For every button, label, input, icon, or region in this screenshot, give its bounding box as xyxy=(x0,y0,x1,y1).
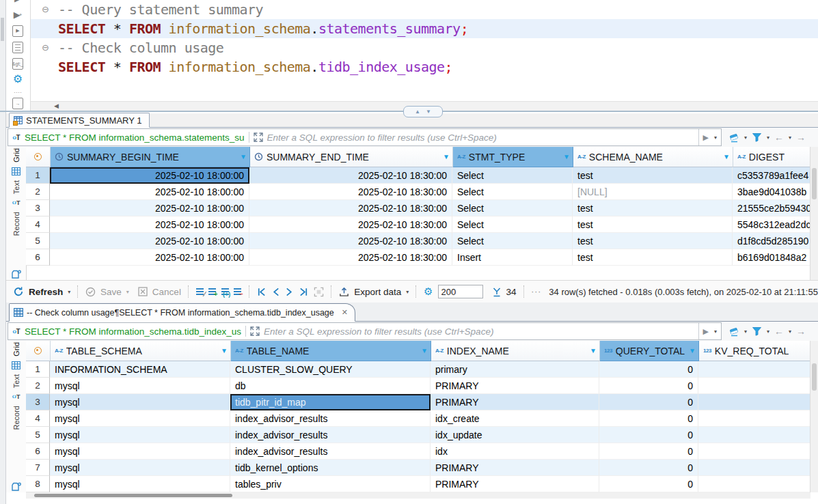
next-page-icon[interactable] xyxy=(285,287,294,297)
column-header-schema_name[interactable]: A-ZSCHEMA_NAME▼ xyxy=(573,147,733,167)
column-filter-arrow-icon[interactable]: ▼ xyxy=(689,347,696,354)
results2-filter-input[interactable]: ‹›T SELECT * FROM information_schema.tid… xyxy=(8,322,722,340)
grid-view-icon[interactable] xyxy=(11,167,21,176)
close-icon[interactable]: ✕ xyxy=(342,308,348,317)
apply-filter-icon[interactable]: ▶ xyxy=(703,327,709,336)
table-cell[interactable]: 2025-02-10 18:00:00 xyxy=(50,249,249,266)
table-cell[interactable]: 5548c312ead2dc xyxy=(733,216,810,233)
history-forward-icon[interactable]: → xyxy=(796,326,806,337)
cancel-button[interactable]: Cancel xyxy=(152,287,181,297)
column-header-kv_req_total[interactable]: 123KV_REQ_TOTAL xyxy=(699,341,810,361)
filter-history-dropdown-icon[interactable]: ▾ xyxy=(714,328,717,335)
filters-menu-icon[interactable] xyxy=(752,326,762,336)
table-cell[interactable]: Select xyxy=(452,184,573,200)
settings-gear-icon[interactable]: ⚙ xyxy=(10,72,25,85)
prev-page-icon[interactable] xyxy=(271,287,280,297)
table-cell[interactable]: 2025-02-10 18:00:00 xyxy=(50,233,249,249)
sash-grip[interactable] xyxy=(1,18,4,41)
refresh-icon[interactable] xyxy=(13,286,24,297)
filters-dropdown-icon[interactable]: ▾ xyxy=(767,135,769,141)
table-cell[interactable]: mysql xyxy=(50,476,230,492)
table-row[interactable]: 12025-02-10 18:00:002025-02-10 18:30:00S… xyxy=(26,167,810,184)
table-cell[interactable]: Select xyxy=(452,216,573,233)
column-filter-arrow-icon[interactable]: ▼ xyxy=(590,347,597,354)
results2-vscrollbar[interactable] xyxy=(810,341,818,492)
table-cell[interactable] xyxy=(698,378,810,394)
editor-line[interactable]: SELECT * FROM information_schema.tidb_in… xyxy=(31,57,818,76)
side-tab-text[interactable]: Text xyxy=(12,180,21,194)
table-row[interactable]: 42025-02-10 18:00:002025-02-10 18:30:00S… xyxy=(26,216,810,233)
row-number[interactable]: 7 xyxy=(26,460,50,476)
table-cell[interactable]: INFORMATION_SCHEMA xyxy=(50,361,230,378)
table-row[interactable]: 7mysqltidb_kernel_optionsPRIMARY0 xyxy=(26,460,810,476)
table-cell[interactable]: mysql xyxy=(50,427,230,443)
table-cell[interactable] xyxy=(698,361,810,378)
value-view-icon[interactable]: ‹›T xyxy=(11,198,21,208)
table-cell[interactable]: [NULL] xyxy=(573,184,733,200)
table-cell[interactable]: 2025-02-10 18:30:00 xyxy=(249,249,452,266)
results1-vscrollbar[interactable] xyxy=(810,147,818,280)
row-number[interactable]: 3 xyxy=(26,394,50,410)
table-cell[interactable]: 0 xyxy=(599,410,698,427)
select-all-corner[interactable] xyxy=(26,147,51,167)
table-row[interactable]: 62025-02-10 18:00:002025-02-10 18:30:00I… xyxy=(26,249,810,266)
table-cell[interactable]: 2025-02-10 18:30:00 xyxy=(249,184,452,200)
table-cell[interactable]: 21555ce2b59430 xyxy=(733,200,810,216)
table-cell[interactable]: mysql xyxy=(50,443,230,460)
results2-table[interactable]: A-ZTABLE_SCHEMA▼A-ZTABLE_NAME▼A-ZINDEX_N… xyxy=(26,341,810,492)
row-number[interactable]: 8 xyxy=(26,476,50,492)
table-cell[interactable]: primary xyxy=(431,361,599,378)
collapse-down-icon[interactable]: ▼ xyxy=(426,109,431,115)
row-number[interactable]: 1 xyxy=(26,361,50,378)
table-cell[interactable]: 2025-02-10 18:30:00 xyxy=(249,167,452,184)
delete-row-icon[interactable]: − xyxy=(234,287,242,296)
history-back-icon[interactable]: ← xyxy=(774,326,784,337)
table-cell[interactable]: tables_priv xyxy=(230,476,431,492)
table-row[interactable]: 3mysqltidb_pitr_id_mapPRIMARY0 xyxy=(26,394,810,410)
table-cell[interactable]: idx_create xyxy=(431,410,599,427)
table-row[interactable]: 4mysqlindex_advisor_resultsidx_create0 xyxy=(26,410,810,427)
table-cell[interactable]: test xyxy=(573,233,733,249)
scroll-left-icon[interactable]: ◀ xyxy=(54,102,59,109)
table-cell[interactable]: db xyxy=(230,378,431,394)
export-data-button[interactable]: Export data xyxy=(354,287,401,297)
history-back-dropdown-icon[interactable]: ▾ xyxy=(789,328,791,335)
table-cell[interactable] xyxy=(698,410,810,427)
table-cell[interactable]: Insert xyxy=(452,249,573,266)
column-header-summary_end_time[interactable]: SUMMARY_END_TIME▼ xyxy=(250,147,453,167)
table-cell[interactable]: 0 xyxy=(599,378,698,394)
open-panel-icon[interactable] xyxy=(11,481,21,491)
table-cell[interactable]: test xyxy=(573,249,733,266)
table-cell[interactable]: PRIMARY xyxy=(431,460,599,476)
row-number[interactable]: 5 xyxy=(26,427,50,443)
table-cell[interactable]: mysql xyxy=(50,378,230,394)
column-filter-arrow-icon[interactable]: ▼ xyxy=(221,347,228,354)
execute-statement-icon[interactable]: ▶ xyxy=(10,0,25,4)
console-icon[interactable]: &gt;_ xyxy=(10,57,25,70)
table-cell[interactable]: index_advisor_results xyxy=(230,443,431,460)
table-cell[interactable]: test xyxy=(573,200,733,216)
table-cell[interactable]: test xyxy=(573,167,733,184)
execute-new-tab-icon[interactable]: ▶+ xyxy=(10,8,25,20)
table-cell[interactable]: Select xyxy=(452,200,573,216)
table-cell[interactable]: Select xyxy=(452,167,573,184)
side-tab-record[interactable]: Record xyxy=(12,406,21,430)
row-number[interactable]: 3 xyxy=(26,200,50,216)
table-cell[interactable] xyxy=(698,427,810,443)
refresh-dropdown-icon[interactable]: ▾ xyxy=(68,289,70,295)
column-filter-arrow-icon[interactable]: ▼ xyxy=(421,347,428,354)
splitter-collapse-handle[interactable]: ▲ ▼ xyxy=(403,106,443,117)
side-tab-grid[interactable]: Grid xyxy=(12,148,21,163)
execute-script-icon[interactable]: ▶ xyxy=(10,25,25,37)
table-row[interactable]: 1INFORMATION_SCHEMACLUSTER_SLOW_QUERYpri… xyxy=(26,361,810,378)
export-dropdown-icon[interactable]: ▾ xyxy=(406,289,409,295)
history-back-dropdown-icon[interactable]: ▾ xyxy=(789,135,791,141)
side-tab-record[interactable]: Record xyxy=(12,212,21,236)
filter-history-dropdown-icon[interactable]: ▾ xyxy=(714,135,717,141)
grid-view-icon[interactable] xyxy=(11,361,21,370)
editor-line[interactable]: ⊖-- Query statement summary xyxy=(31,0,818,19)
scroll-thumb[interactable] xyxy=(34,494,232,497)
table-cell[interactable]: 0 xyxy=(599,361,698,378)
table-cell[interactable]: 2025-02-10 18:00:00 xyxy=(50,184,249,200)
clear-filter-icon[interactable] xyxy=(728,326,739,337)
